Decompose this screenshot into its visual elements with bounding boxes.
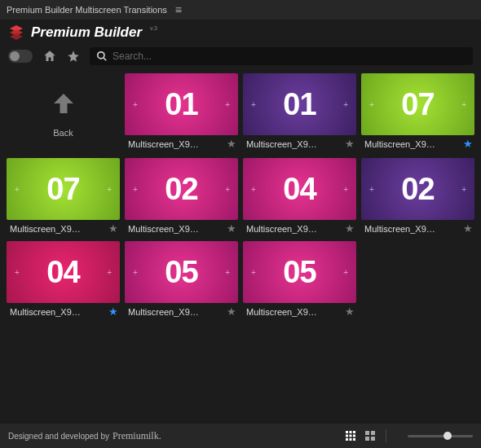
brand-title: Premium Builder	[31, 24, 142, 41]
svg-rect-2	[346, 431, 348, 433]
preset-label: Multiscreen_X9…	[246, 139, 342, 149]
preset-item[interactable]: +01+Multiscreen_X9…★	[243, 73, 356, 153]
marker-icon: +	[369, 100, 374, 109]
favorite-star-icon[interactable]: ★	[463, 138, 473, 150]
footer-divider	[386, 429, 386, 442]
svg-rect-14	[371, 437, 375, 441]
preset-number: 05	[283, 255, 316, 290]
credit-name: Premiumilk.	[113, 430, 161, 442]
svg-rect-11	[365, 431, 369, 435]
preset-label-row: Multiscreen_X9…★	[361, 135, 474, 152]
preset-thumbnail[interactable]: +05+	[125, 241, 238, 303]
marker-icon: +	[107, 185, 112, 194]
preset-grid: Back +01+Multiscreen_X9…★+01+Multiscreen…	[7, 73, 474, 319]
preset-label: Multiscreen_X9…	[10, 224, 106, 234]
favorite-star-icon[interactable]: ★	[345, 305, 355, 318]
zoom-slider[interactable]	[408, 435, 473, 437]
svg-rect-7	[353, 435, 355, 437]
marker-icon: +	[369, 185, 374, 194]
svg-rect-3	[350, 431, 352, 433]
search-box[interactable]	[90, 47, 473, 65]
favorites-icon[interactable]	[67, 50, 80, 63]
preset-number: 01	[283, 87, 316, 122]
arrow-up-icon	[49, 89, 78, 118]
preset-item[interactable]: +07+Multiscreen_X9…★	[7, 158, 120, 236]
svg-rect-9	[350, 438, 352, 441]
toolbar	[0, 42, 481, 73]
svg-rect-8	[346, 438, 348, 441]
preset-number: 04	[283, 172, 316, 207]
preset-thumbnail[interactable]: +02+	[361, 158, 474, 220]
preset-item[interactable]: +02+Multiscreen_X9…★	[125, 158, 238, 236]
preset-label: Multiscreen_X9…	[246, 307, 342, 317]
svg-line-1	[104, 58, 107, 61]
credit-prefix: Designed and developed by	[8, 432, 109, 441]
preset-item[interactable]: +05+Multiscreen_X9…★	[125, 241, 238, 319]
footer: Designed and developed by Premiumilk.	[0, 424, 481, 448]
preset-number: 02	[165, 172, 197, 207]
preset-item[interactable]: +07+Multiscreen_X9…★	[361, 73, 474, 153]
preset-label-row: Multiscreen_X9…★	[243, 303, 356, 319]
preset-label-row: Multiscreen_X9…★	[125, 220, 238, 236]
preset-label: Multiscreen_X9…	[364, 224, 461, 234]
preset-label: Multiscreen_X9…	[128, 139, 224, 149]
preset-label-row: Multiscreen_X9…★	[7, 303, 120, 319]
app-logo-icon	[8, 24, 24, 41]
preset-item[interactable]: +01+Multiscreen_X9…★	[125, 73, 238, 153]
preset-item[interactable]: +04+Multiscreen_X9…★	[7, 241, 120, 319]
preset-label-row: Multiscreen_X9…★	[361, 220, 474, 236]
preset-thumbnail[interactable]: +04+	[243, 158, 356, 220]
marker-icon: +	[461, 100, 466, 109]
preset-thumbnail[interactable]: +01+	[125, 73, 238, 135]
marker-icon: +	[251, 185, 256, 194]
marker-icon: +	[225, 268, 230, 277]
window-titlebar: Premium Builder Multiscreen Transitions …	[0, 0, 481, 20]
svg-point-0	[98, 52, 104, 59]
favorite-star-icon[interactable]: ★	[227, 138, 236, 150]
svg-rect-5	[346, 435, 348, 437]
favorite-star-icon[interactable]: ★	[108, 222, 118, 235]
preset-item[interactable]: +05+Multiscreen_X9…★	[243, 241, 356, 319]
large-grid-view-icon[interactable]	[364, 430, 376, 441]
svg-rect-13	[365, 437, 369, 441]
preset-label-row: Multiscreen_X9…★	[125, 135, 238, 152]
preset-item[interactable]: +02+Multiscreen_X9…★	[361, 158, 474, 236]
preset-thumbnail[interactable]: +02+	[125, 158, 238, 220]
preset-thumbnail[interactable]: +05+	[243, 241, 356, 303]
preset-thumbnail[interactable]: +07+	[7, 158, 120, 220]
search-input[interactable]	[113, 51, 466, 62]
favorite-star-icon[interactable]: ★	[463, 222, 473, 235]
preset-label-row: Multiscreen_X9…★	[243, 135, 356, 152]
back-button[interactable]: Back	[7, 73, 120, 153]
favorite-star-icon[interactable]: ★	[227, 305, 236, 318]
favorite-star-icon[interactable]: ★	[345, 222, 355, 235]
favorite-star-icon[interactable]: ★	[227, 222, 236, 235]
svg-rect-12	[371, 431, 375, 435]
preset-label: Multiscreen_X9…	[364, 139, 461, 149]
preset-number: 07	[401, 87, 434, 122]
preset-label: Multiscreen_X9…	[128, 307, 224, 317]
preset-number: 01	[165, 87, 197, 122]
preset-label: Multiscreen_X9…	[10, 307, 106, 317]
marker-icon: +	[225, 100, 230, 109]
brand-version: v.3	[150, 25, 157, 31]
preset-label: Multiscreen_X9…	[128, 224, 224, 234]
marker-icon: +	[343, 100, 348, 109]
svg-rect-4	[353, 431, 355, 433]
preset-label-row: Multiscreen_X9…★	[243, 220, 356, 236]
panel-menu-icon[interactable]: ≡	[175, 3, 182, 16]
home-icon[interactable]	[42, 49, 57, 64]
favorite-star-icon[interactable]: ★	[108, 305, 118, 318]
marker-icon: +	[133, 185, 138, 194]
preset-thumbnail[interactable]: +01+	[243, 73, 356, 135]
preset-thumbnail[interactable]: +07+	[361, 73, 474, 135]
preset-thumbnail[interactable]: +04+	[7, 241, 120, 303]
marker-icon: +	[133, 100, 138, 109]
marker-icon: +	[343, 185, 348, 194]
preset-item[interactable]: +04+Multiscreen_X9…★	[243, 158, 356, 236]
svg-rect-6	[350, 435, 352, 437]
preset-label-row: Multiscreen_X9…★	[125, 303, 238, 319]
dark-mode-toggle[interactable]	[8, 50, 33, 63]
grid-view-icon[interactable]	[345, 430, 356, 441]
favorite-star-icon[interactable]: ★	[345, 138, 355, 150]
